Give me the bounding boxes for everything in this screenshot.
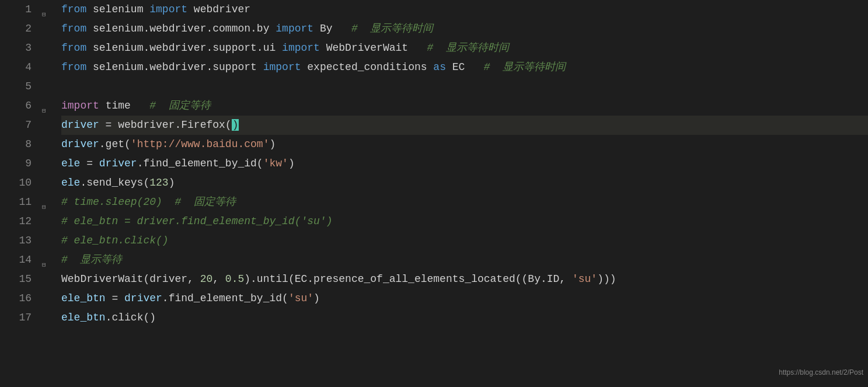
fold-gutter-6: ⊟ (41, 96, 55, 116)
token-var: driver (99, 158, 137, 169)
token-plain: .find_element_by_id( (162, 292, 288, 304)
token-plain: .find_element_by_id( (137, 158, 263, 169)
token-plain: WebDriverWait (326, 42, 427, 54)
line-number-11: 11 (0, 193, 32, 212)
token-plain: ).until(EC.presence_of_all_elements_loca… (244, 273, 572, 285)
line-number-8: 8 (0, 135, 32, 154)
token-comment: # 显示等待时间 (427, 42, 509, 54)
token-string: 'su' (572, 273, 597, 285)
fold-gutter-11: ⊟ (41, 193, 55, 212)
token-plain: ) (169, 177, 175, 189)
code-line-3: from selenium.webdriver.support.ui impor… (61, 39, 868, 58)
line-number-3: 3 (0, 39, 32, 58)
code-line-8: driver.get('http://www.baidu.com') (61, 135, 868, 154)
code-line-13: # ele_btn.click() (61, 231, 868, 250)
token-comment: # time.sleep(20) # 固定等待 (61, 196, 236, 208)
token-plain: = (80, 158, 99, 169)
token-plain: ) (313, 292, 320, 304)
fold-gutter-14: ⊟ (41, 250, 55, 270)
fold-gutter-7 (41, 116, 55, 135)
line-numbers-gutter: 1234567891011121314151617 (0, 0, 41, 387)
token-plain: EC (452, 61, 484, 73)
fold-gutter-10 (41, 173, 55, 193)
code-line-10: ele.send_keys(123) (61, 173, 868, 193)
code-line-11: # time.sleep(20) # 固定等待 (61, 193, 868, 212)
code-editor: 1234567891011121314151617 ⊟⊟⊟⊟ from sele… (0, 0, 868, 387)
line-number-5: 5 (0, 77, 32, 96)
fold-gutter-5 (41, 77, 55, 96)
code-line-7: driver = webdriver.Firefox() (61, 116, 868, 135)
fold-gutter-2 (41, 19, 55, 39)
line-number-13: 13 (0, 231, 32, 250)
code-line-6: import time # 固定等待 (61, 96, 868, 116)
fold-gutter-15 (41, 270, 55, 289)
token-string: 'http://www.baidu.com' (131, 138, 270, 150)
token-kw: import (263, 61, 308, 73)
token-plain: , (212, 273, 225, 285)
code-line-16: ele_btn = driver.find_element_by_id('su'… (61, 289, 868, 308)
token-plain: By (320, 23, 351, 34)
token-plain: ) (288, 158, 295, 169)
line-number-4: 4 (0, 58, 32, 77)
token-comment: # 显示等待 (61, 254, 122, 266)
code-line-15: WebDriverWait(driver, 20, 0.5).until(EC.… (61, 270, 868, 289)
token-comment: # 显示等待时间 (484, 61, 566, 73)
token-plain: ) (269, 138, 276, 150)
token-kw: import (276, 23, 320, 34)
token-kw: import (282, 42, 326, 54)
token-kw: as (433, 61, 452, 73)
code-line-2: from selenium.webdriver.common.by import… (61, 19, 868, 39)
token-plain: .click() (106, 312, 156, 323)
code-line-4: from selenium.webdriver.support import e… (61, 58, 868, 77)
cursor-block: ) (232, 119, 239, 131)
line-number-7: 7 (0, 116, 32, 135)
token-comment: # ele_btn = driver.find_element_by_id('s… (61, 215, 332, 227)
token-var: driver (61, 119, 99, 131)
token-plain: selenium.webdriver.support (93, 61, 263, 73)
line-number-17: 17 (0, 308, 32, 327)
line-number-1: 1 (0, 0, 32, 19)
fold-gutter-4 (41, 58, 55, 77)
code-line-5 (61, 77, 868, 96)
token-kw: from (61, 4, 93, 15)
line-number-15: 15 (0, 270, 32, 289)
token-plain: webdriver.Firefox( (118, 119, 231, 131)
token-number: 123 (149, 177, 168, 189)
line-number-10: 10 (0, 173, 32, 193)
token-string: 'kw' (263, 158, 288, 169)
token-import-kw: import (61, 100, 106, 111)
token-var: ele (61, 158, 80, 169)
token-plain: = (99, 119, 118, 131)
fold-gutter-8 (41, 135, 55, 154)
code-line-12: # ele_btn = driver.find_element_by_id('s… (61, 212, 868, 231)
token-plain: webdriver (194, 4, 250, 15)
token-var: ele_btn (61, 292, 106, 304)
token-plain: expected_conditions (307, 61, 433, 73)
code-content: from selenium import webdriverfrom selen… (55, 0, 868, 387)
token-number: 0.5 (225, 273, 244, 285)
fold-gutter-9 (41, 154, 55, 173)
code-line-17: ele_btn.click() (61, 308, 868, 327)
token-kw: import (149, 4, 194, 15)
fold-gutter-12 (41, 212, 55, 231)
line-number-6: 6 (0, 96, 32, 116)
code-line-1: from selenium import webdriver (61, 0, 868, 19)
token-kw: from (61, 42, 93, 54)
token-plain: ))) (597, 273, 616, 285)
token-plain: selenium.webdriver.common.by (93, 23, 276, 34)
line-number-9: 9 (0, 154, 32, 173)
fold-gutter-17 (41, 308, 55, 327)
fold-gutter-3 (41, 39, 55, 58)
code-line-9: ele = driver.find_element_by_id('kw') (61, 154, 868, 173)
token-kw: from (61, 23, 93, 34)
line-number-2: 2 (0, 19, 32, 39)
token-var: driver (61, 138, 99, 150)
token-plain: .get( (99, 138, 131, 150)
token-kw: from (61, 61, 93, 73)
token-comment: # ele_btn.click() (61, 235, 169, 246)
fold-gutter: ⊟⊟⊟⊟ (41, 0, 55, 387)
token-plain: WebDriverWait(driver, (61, 273, 200, 285)
token-comment: # 显示等待时间 (351, 23, 433, 34)
token-plain: selenium.webdriver.support.ui (93, 42, 282, 54)
code-line-14: # 显示等待 (61, 250, 868, 270)
